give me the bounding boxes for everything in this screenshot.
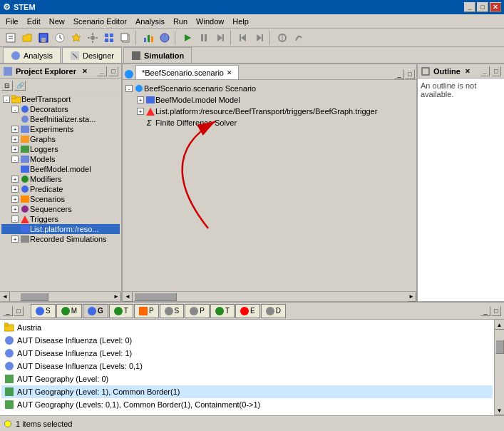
bottom-tab-s2[interactable]: S [160,304,185,318]
bottom-maximize[interactable]: □ [14,306,24,316]
expand-scenarios[interactable]: + [11,196,19,203]
toolbar-play-btn[interactable] [180,30,195,46]
editor-scroll-left[interactable]: ◄ [123,292,133,302]
list-item-3[interactable]: AUT Geography (Level: 0) [1,372,493,385]
vscroll-up[interactable]: ▲ [495,320,505,330]
toolbar-skip-back-btn[interactable] [235,30,251,46]
tab-analysis[interactable]: Analysis [3,47,61,63]
tree-item-list-platform[interactable]: List.platform:/reso... [1,224,120,234]
menu-new[interactable]: New [45,16,69,27]
minimize-button[interactable]: _ [464,2,475,12]
bottom-tab-p1[interactable]: P [134,304,159,318]
scroll-left[interactable]: ◄ [0,292,10,302]
tab-simulation[interactable]: Simulation [123,47,192,63]
outline-maximize[interactable]: □ [491,66,501,76]
editor-scenario-root[interactable]: - BeefScenario.scenario Scenario [125,83,413,94]
bottom-right-minimize[interactable]: _ [480,306,490,316]
tree-item-recorded-sims[interactable]: + Recorded Simulations [1,234,120,244]
toolbar-gear-btn[interactable] [85,30,101,46]
toolbar-clock-btn[interactable] [52,30,68,46]
toolbar-grid-btn[interactable] [101,30,117,46]
editor-h-scroll[interactable]: ◄ ► [123,291,416,301]
toolbar-skip-fwd-btn[interactable] [252,30,267,46]
toolbar-new-btn[interactable] [3,30,19,46]
menu-run[interactable]: Run [169,16,192,27]
tree-item-graphs[interactable]: + Graphs [1,134,120,144]
panel-maximize[interactable]: □ [108,66,118,76]
tree-item-modifiers[interactable]: + Modifiers [1,174,120,184]
menu-edit[interactable]: Edit [23,16,45,27]
expand-loggers[interactable]: + [11,146,19,153]
outline-close[interactable]: ✕ [465,68,470,75]
list-item-2[interactable]: AUT Disease Influenza (Levels: 0,1) [1,360,493,372]
tree-item-beeftransport[interactable]: - BeefTransport [1,94,120,104]
tree-item-beefinitializer[interactable]: BeefInitializer.sta... [1,114,120,124]
tree-item-sequencers[interactable]: + Sequencers [1,204,120,214]
bottom-tab-d[interactable]: D [261,304,286,318]
list-item-4[interactable]: AUT Geography (Level: 1), Common Border(… [1,385,493,398]
tree-item-beefmodel[interactable]: BeefModel.model [1,164,120,174]
editor-maximize[interactable]: □ [405,69,415,79]
expand-decorators[interactable]: - [11,106,19,113]
toolbar-chart-btn[interactable] [140,30,156,46]
menu-scenario-editor[interactable]: Scenario Editor [69,16,131,27]
bottom-tab-g[interactable]: G [83,304,108,318]
menu-window[interactable]: Window [192,16,228,27]
editor-scroll-thumb[interactable] [134,293,177,301]
expand-trigger-editor[interactable]: + [137,108,144,115]
toolbar-star-btn[interactable] [68,30,84,46]
editor-tab-scenario[interactable]: *BeefScenario.scenario ✕ [135,65,239,79]
expand-beefmodel-editor[interactable]: + [137,96,144,103]
bottom-tab-p2[interactable]: P [185,304,210,318]
list-item-5[interactable]: AUT Geography (Levels: 0,1), Common Bord… [1,398,493,411]
close-button[interactable]: ✕ [490,2,501,12]
expand-modifiers[interactable]: + [11,176,19,183]
tree-item-triggers[interactable]: - Triggers [1,214,120,224]
panel-minimize[interactable]: _ [97,66,107,76]
tree-item-experiments[interactable]: + Experiments [1,124,120,134]
expand-models[interactable]: - [11,156,19,163]
bottom-tab-s1[interactable]: S [31,304,56,318]
editor-scroll-right[interactable]: ► [406,292,416,302]
menu-analysis[interactable]: Analysis [131,16,169,27]
menu-help[interactable]: Help [228,16,253,27]
expand-predicate[interactable]: + [11,186,19,193]
editor-list-trigger[interactable]: + List.platform:/resource/BeefTransport/… [125,106,413,117]
toolbar-extra1-btn[interactable] [274,30,290,46]
tree-collapse-all[interactable]: ⊟ [1,81,13,91]
outline-minimize[interactable]: _ [480,66,490,76]
tree-link[interactable]: 🔗 [14,81,26,91]
maximize-button[interactable]: □ [477,2,488,12]
toolbar-extra2-btn[interactable] [291,30,307,46]
expand-triggers[interactable]: - [11,216,19,223]
bottom-tab-e[interactable]: E [235,304,260,318]
explorer-h-scroll[interactable]: ◄ ► [0,291,121,301]
bottom-tab-t1[interactable]: T [109,304,133,318]
expand-sequencers[interactable]: + [11,206,19,213]
editor-tab-close[interactable]: ✕ [227,69,232,76]
vscroll-thumb[interactable] [495,340,504,354]
tree-item-models[interactable]: - Models [1,154,120,164]
expand-beeftransport[interactable]: - [3,96,10,103]
expand-graphs[interactable]: + [11,136,19,143]
toolbar-analysis-btn[interactable] [157,30,173,46]
expand-experiments[interactable]: + [11,126,19,133]
editor-beefmodel[interactable]: + BeefModel.model Model [125,94,413,106]
editor-finite-diff[interactable]: Σ Finite Difference Solver [125,117,413,128]
menu-file[interactable]: File [1,16,23,27]
project-explorer-close[interactable]: ✕ [82,68,88,75]
bottom-right-maximize[interactable]: □ [491,306,501,316]
toolbar-save-btn[interactable] [36,30,51,46]
bottom-minimize[interactable]: _ [3,306,13,316]
expand-scenario-root[interactable]: - [125,85,133,92]
tree-item-loggers[interactable]: + Loggers [1,144,120,154]
toolbar-step-btn[interactable] [212,30,228,46]
list-header-austria[interactable]: Austria [1,321,493,334]
tab-designer[interactable]: Designer [62,47,122,63]
editor-minimize[interactable]: _ [394,69,404,79]
toolbar-open-btn[interactable] [19,30,35,46]
toolbar-pause-btn[interactable] [196,30,212,46]
tree-item-scenarios[interactable]: + Scenarios [1,194,120,204]
bottom-tab-m[interactable]: M [56,304,82,318]
toolbar-copy-btn[interactable] [118,30,133,46]
